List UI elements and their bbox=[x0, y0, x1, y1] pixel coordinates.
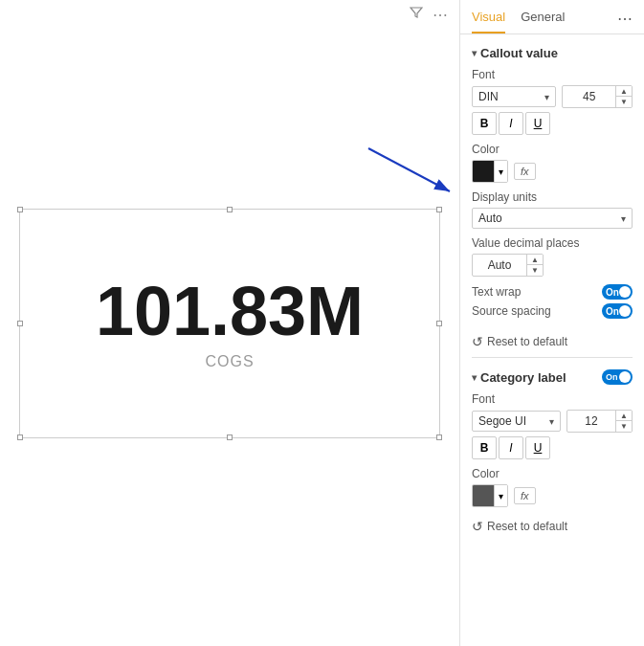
font-dropdown-row: DIN ▾ 45 ▲ ▼ bbox=[472, 85, 633, 108]
color-swatch-callout[interactable]: ▾ bbox=[472, 160, 508, 183]
tabs-more-icon[interactable]: ⋯ bbox=[617, 10, 633, 33]
color-swatch-box-cat bbox=[473, 485, 494, 506]
color-dropdown-btn-category[interactable]: ▾ bbox=[494, 485, 507, 506]
decimal-label: Value decimal places bbox=[472, 236, 633, 250]
color-label-category: Color bbox=[472, 467, 633, 480]
handle-bottom-right[interactable] bbox=[436, 434, 442, 440]
underline-button-callout[interactable]: U bbox=[525, 112, 550, 135]
callout-value-section: ▾ Callout value Font DIN ▾ 45 ▲ ▼ B I U bbox=[460, 34, 644, 330]
color-row-callout: ▾ fx bbox=[472, 160, 633, 183]
decimal-down-btn[interactable]: ▼ bbox=[527, 265, 543, 276]
right-panel: Visual General ⋯ ▾ Callout value Font DI… bbox=[459, 0, 644, 646]
handle-bottom-left[interactable] bbox=[17, 434, 23, 440]
category-label-toggle[interactable]: On bbox=[602, 369, 633, 385]
handle-middle-left[interactable] bbox=[17, 321, 23, 326]
stepper-btns: ▲ ▼ bbox=[615, 86, 632, 107]
svg-line-1 bbox=[368, 148, 450, 191]
reset-category-row[interactable]: ↺ Reset to default bbox=[460, 515, 644, 542]
decimal-stepper-btns: ▲ ▼ bbox=[526, 255, 543, 276]
font-label: Font bbox=[472, 68, 633, 81]
reset-category-icon: ↺ bbox=[472, 519, 483, 534]
decimal-up-btn[interactable]: ▲ bbox=[527, 255, 543, 265]
source-spacing-label: Source spacing bbox=[472, 304, 551, 318]
italic-button-callout[interactable]: I bbox=[499, 112, 523, 135]
handle-middle-right[interactable] bbox=[436, 321, 442, 326]
font-size-stepper-category[interactable]: 12 ▲ ▼ bbox=[566, 410, 633, 433]
main-value: 101.83M bbox=[96, 277, 364, 345]
reset-callout-row[interactable]: ↺ Reset to default bbox=[460, 330, 644, 357]
fx-button-category[interactable]: fx bbox=[514, 487, 536, 504]
color-row-category: ▾ fx bbox=[472, 484, 633, 507]
font-size-up-btn[interactable]: ▲ bbox=[616, 86, 632, 97]
source-spacing-row: Source spacing On bbox=[472, 303, 633, 319]
callout-value-header: ▾ Callout value bbox=[472, 46, 633, 60]
callout-value-title[interactable]: ▾ Callout value bbox=[472, 46, 558, 60]
font-size-stepper[interactable]: 45 ▲ ▼ bbox=[562, 85, 633, 108]
font-name-dropdown-arrow-cat: ▾ bbox=[549, 416, 554, 427]
cat-font-size-down-btn[interactable]: ▼ bbox=[616, 421, 632, 432]
category-label-section: ▾ Category label On Font Segoe UI ▾ 12 ▲… bbox=[460, 358, 644, 515]
color-swatch-category[interactable]: ▾ bbox=[472, 484, 508, 507]
display-units-dropdown-arrow: ▾ bbox=[621, 213, 626, 224]
decimal-stepper[interactable]: Auto ▲ ▼ bbox=[472, 254, 544, 277]
more-options-icon[interactable]: ⋯ bbox=[433, 6, 448, 24]
font-label-category: Font bbox=[472, 392, 633, 406]
reset-callout-icon: ↺ bbox=[472, 334, 483, 349]
reset-category-label: Reset to default bbox=[487, 520, 567, 533]
visual-container: 101.83M COGS bbox=[19, 209, 440, 438]
left-panel: ⋯ 101.83M COGS bbox=[0, 0, 459, 646]
tabs-left: Visual General bbox=[472, 10, 565, 33]
color-label-callout: Color bbox=[472, 143, 633, 156]
source-spacing-toggle[interactable]: On bbox=[602, 303, 633, 319]
category-label-toggle-container: On bbox=[602, 369, 633, 385]
chevron-down-icon: ▾ bbox=[472, 48, 477, 58]
tab-general[interactable]: General bbox=[521, 10, 565, 33]
filter-icon[interactable] bbox=[410, 6, 423, 24]
bold-button-category[interactable]: B bbox=[472, 436, 497, 459]
color-swatch-box bbox=[473, 161, 494, 182]
color-dropdown-btn-callout[interactable]: ▾ bbox=[494, 161, 507, 182]
format-row-category: B I U bbox=[472, 436, 633, 459]
display-units-dropdown[interactable]: Auto ▾ bbox=[472, 208, 633, 229]
bold-button-callout[interactable]: B bbox=[472, 112, 497, 135]
cat-font-size-up-btn[interactable]: ▲ bbox=[616, 411, 632, 421]
font-name-dropdown[interactable]: DIN ▾ bbox=[472, 86, 556, 107]
handle-bottom-middle[interactable] bbox=[227, 434, 233, 440]
chevron-down-icon-2: ▾ bbox=[472, 372, 477, 383]
category-label-header: ▾ Category label On bbox=[472, 369, 633, 385]
handle-top-middle[interactable] bbox=[227, 207, 233, 212]
tabs-row: Visual General ⋯ bbox=[460, 0, 644, 34]
font-name-dropdown-category[interactable]: Segoe UI ▾ bbox=[472, 411, 561, 432]
display-units-label: Display units bbox=[472, 190, 633, 204]
underline-button-category[interactable]: U bbox=[525, 436, 550, 459]
cat-stepper-btns: ▲ ▼ bbox=[615, 411, 632, 432]
text-wrap-row: Text wrap On bbox=[472, 284, 633, 300]
tab-visual[interactable]: Visual bbox=[472, 10, 505, 33]
italic-button-category[interactable]: I bbox=[499, 436, 523, 459]
font-dropdown-row-category: Segoe UI ▾ 12 ▲ ▼ bbox=[472, 410, 633, 433]
reset-callout-label: Reset to default bbox=[487, 335, 567, 348]
fx-button-callout[interactable]: fx bbox=[514, 163, 536, 180]
font-size-down-btn[interactable]: ▼ bbox=[616, 97, 632, 107]
category-label-title[interactable]: ▾ Category label bbox=[472, 370, 566, 385]
font-name-dropdown-arrow: ▾ bbox=[544, 92, 549, 102]
sub-label: COGS bbox=[205, 353, 254, 370]
text-wrap-label: Text wrap bbox=[472, 285, 521, 299]
handle-top-left[interactable] bbox=[17, 207, 23, 212]
format-row-callout: B I U bbox=[472, 112, 633, 135]
handle-top-right[interactable] bbox=[436, 207, 442, 212]
text-wrap-toggle[interactable]: On bbox=[602, 284, 633, 300]
